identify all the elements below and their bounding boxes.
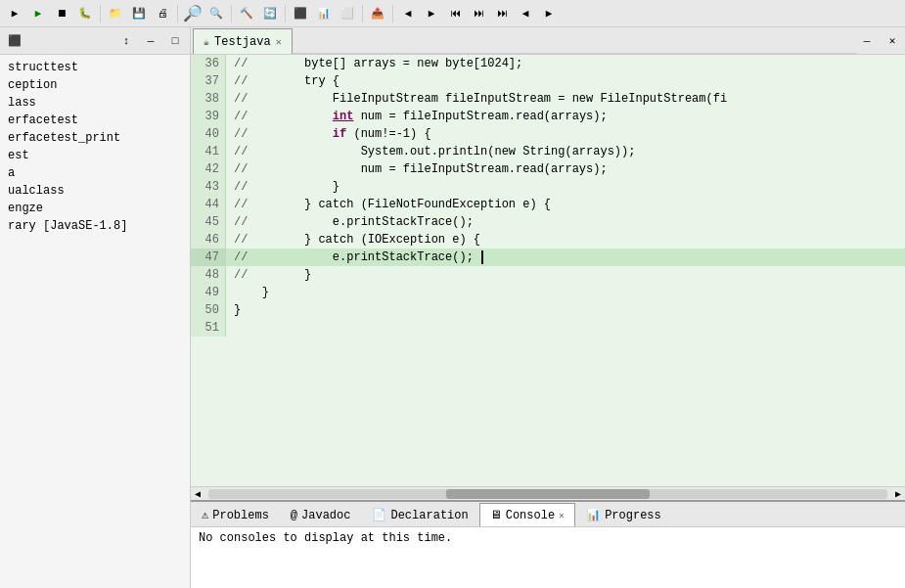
toolbar-btn-save[interactable]: 💾 xyxy=(128,3,150,24)
sep1 xyxy=(100,5,101,23)
tab-progress[interactable]: 📊 Progress xyxy=(575,503,672,526)
toolbar-btn-refresh[interactable]: 🔄 xyxy=(259,3,281,24)
sidebar: ⬛ ↕ — □ structtest ception lass erfacete… xyxy=(0,27,191,588)
code-line-37: 37 // try { xyxy=(191,72,905,90)
tab-close-btn[interactable]: ✕ xyxy=(276,36,282,48)
toolbar-btn-white[interactable]: ⬜ xyxy=(337,3,358,24)
toolbar-btn-chart[interactable]: 📊 xyxy=(313,3,335,24)
code-editor[interactable]: 36 // byte[] arrays = new byte[1024]; 37… xyxy=(191,55,905,486)
line-num-44: 44 xyxy=(191,196,226,213)
tab-console-label: Console xyxy=(506,509,555,522)
sidebar-item-est[interactable]: est xyxy=(0,147,190,164)
editor-and-bottom: ☕ Testjava ✕ — ✕ 36 // byte[] arrays = n… xyxy=(191,27,905,588)
console-message: No consoles to display at this time. xyxy=(199,531,452,545)
line-content-47: // e.printStackTrace(); xyxy=(226,249,491,266)
panel-tabs: ⚠ Problems @ Javadoc 📄 Declaration 🖥 Con… xyxy=(191,502,905,527)
toolbar-btn-search[interactable]: 🔎 xyxy=(182,3,204,24)
toolbar-btn-run[interactable]: ▶ xyxy=(4,3,25,24)
sidebar-item-class[interactable]: lass xyxy=(0,94,190,112)
tab-label: Testjava xyxy=(214,35,271,49)
line-content-49: } xyxy=(226,284,277,301)
tab-console-close[interactable]: ✕ xyxy=(559,510,565,521)
toolbar-btn-upload[interactable]: 📤 xyxy=(367,3,388,24)
toolbar-btn-left[interactable]: ◀ xyxy=(515,3,536,24)
h-scroll-left-btn[interactable]: ◀ xyxy=(191,487,204,501)
toolbar-btn-new[interactable]: 📁 xyxy=(105,3,126,24)
code-line-43: 43 // } xyxy=(191,178,905,196)
editor-tab-testjava[interactable]: ☕ Testjava ✕ xyxy=(193,28,293,54)
sidebar-item-structtest[interactable]: structtest xyxy=(0,59,190,76)
sidebar-item-interfacetest-print[interactable]: erfacetest_print xyxy=(0,129,190,147)
code-line-39: 39 // int num = fileInputStream.read(arr… xyxy=(191,108,905,125)
tab-javadoc-label: Javadoc xyxy=(301,509,350,522)
sidebar-item-a[interactable]: a xyxy=(0,164,190,182)
h-scroll[interactable]: ◀ ▶ xyxy=(191,486,905,500)
sidebar-btn-minimize[interactable]: — xyxy=(140,30,161,52)
toolbar-btn-back[interactable]: ◀ xyxy=(397,3,419,24)
line-num-36: 36 xyxy=(191,55,226,72)
sep4 xyxy=(285,5,286,23)
sidebar-item-interfacetest[interactable]: erfacetest xyxy=(0,112,190,129)
main-toolbar: ▶ ▶ ⏹ 🐛 📁 💾 🖨 🔎 🔍 🔨 🔄 ⬛ 📊 ⬜ 📤 ◀ ▶ ⏮ ⏭ ⏭ … xyxy=(0,0,905,27)
line-num-40: 40 xyxy=(191,125,226,143)
line-num-51: 51 xyxy=(191,319,226,337)
tab-java-icon: ☕ xyxy=(204,36,209,48)
toolbar-btn-build[interactable]: 🔨 xyxy=(236,3,257,24)
javadoc-icon: @ xyxy=(291,509,297,522)
code-line-47: 47 // e.printStackTrace(); xyxy=(191,249,905,266)
toolbar-btn-run2[interactable]: ▶ xyxy=(27,3,49,24)
line-num-47: 47 xyxy=(191,249,226,266)
sidebar-item-engze[interactable]: engze xyxy=(0,200,190,217)
bottom-panel: ⚠ Problems @ Javadoc 📄 Declaration 🖥 Con… xyxy=(191,500,905,588)
h-scroll-track[interactable] xyxy=(208,489,887,499)
line-num-45: 45 xyxy=(191,213,226,231)
toolbar-btn-print[interactable]: 🖨 xyxy=(152,3,173,24)
code-line-44: 44 // } catch (FileNotFoundException e) … xyxy=(191,196,905,213)
toolbar-btn-next2[interactable]: ⏭ xyxy=(491,3,513,24)
tab-javadoc[interactable]: @ Javadoc xyxy=(280,503,362,526)
declaration-icon: 📄 xyxy=(372,508,386,522)
code-line-46: 46 // } catch (IOException e) { xyxy=(191,231,905,249)
tab-declaration[interactable]: 📄 Declaration xyxy=(361,503,478,526)
toolbar-btn-forward[interactable]: ▶ xyxy=(421,3,442,24)
code-line-42: 42 // num = fileInputStream.read(arrays)… xyxy=(191,160,905,178)
sidebar-item-ualclass[interactable]: ualclass xyxy=(0,182,190,200)
toolbar-btn-right[interactable]: ▶ xyxy=(538,3,560,24)
toolbar-btn-next[interactable]: ⏭ xyxy=(468,3,489,24)
progress-icon: 📊 xyxy=(586,508,601,522)
code-line-36: 36 // byte[] arrays = new byte[1024]; xyxy=(191,55,905,72)
tab-console[interactable]: 🖥 Console ✕ xyxy=(479,503,575,526)
sidebar-item-library[interactable]: rary [JavaSE-1.8] xyxy=(0,217,190,235)
editor-tab-bar: ☕ Testjava ✕ — ✕ xyxy=(191,27,905,55)
sep3 xyxy=(231,5,232,23)
line-num-43: 43 xyxy=(191,178,226,196)
sep2 xyxy=(177,5,178,23)
line-num-38: 38 xyxy=(191,90,226,108)
h-scroll-right-btn[interactable]: ▶ xyxy=(891,487,905,501)
sidebar-btn-maximize[interactable]: □ xyxy=(164,30,186,52)
console-icon: 🖥 xyxy=(490,508,502,522)
sidebar-item-exception[interactable]: ception xyxy=(0,76,190,94)
line-content-51 xyxy=(226,319,249,337)
line-content-50: } xyxy=(226,301,249,319)
toolbar-btn-stop[interactable]: ⏹ xyxy=(51,3,72,24)
line-num-48: 48 xyxy=(191,266,226,284)
toolbar-btn-console[interactable]: ⬛ xyxy=(290,3,311,24)
editor-minimize-btn[interactable]: — xyxy=(856,30,878,52)
editor-close-btn[interactable]: ✕ xyxy=(882,30,903,52)
toolbar-btn-debug[interactable]: 🐛 xyxy=(74,3,96,24)
sidebar-btn-collapse[interactable]: ↕ xyxy=(115,30,137,52)
code-line-45: 45 // e.printStackTrace(); xyxy=(191,213,905,231)
code-line-38: 38 // FileInputStream fileInputStream = … xyxy=(191,90,905,108)
tab-problems[interactable]: ⚠ Problems xyxy=(191,503,280,526)
tab-progress-label: Progress xyxy=(605,509,661,522)
tab-problems-label: Problems xyxy=(212,509,269,522)
code-line-51: 51 xyxy=(191,319,905,337)
code-line-50: 50 } xyxy=(191,301,905,319)
sidebar-btn-icon[interactable]: ⬛ xyxy=(4,30,25,52)
h-scroll-thumb[interactable] xyxy=(446,489,650,499)
toolbar-btn-prev[interactable]: ⏮ xyxy=(444,3,466,24)
line-content-43: // } xyxy=(226,178,347,196)
line-content-39: // int num = fileInputStream.read(arrays… xyxy=(226,108,615,125)
toolbar-btn-search2[interactable]: 🔍 xyxy=(205,3,227,24)
